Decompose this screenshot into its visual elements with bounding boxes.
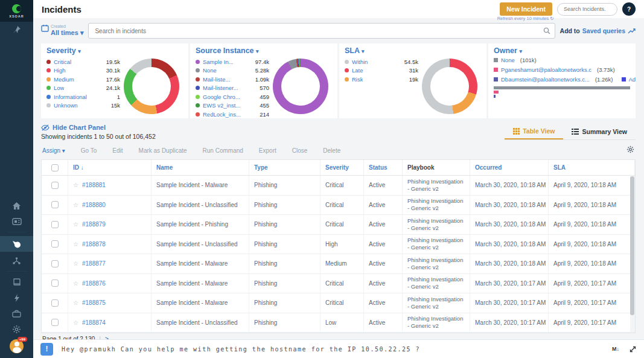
action-close[interactable]: Close (292, 147, 308, 154)
table-row[interactable]: ☆#188874Sample Incident - UnclassifiedPh… (42, 313, 635, 333)
select-all-checkbox[interactable] (51, 164, 59, 171)
incident-id-link[interactable]: #188881 (82, 182, 106, 188)
column-header-status[interactable]: Status (364, 160, 403, 175)
hide-chart-panel-link[interactable]: Hide Chart Panel (41, 124, 156, 131)
column-header-type[interactable]: Type (249, 160, 320, 175)
owner-bar[interactable] (494, 95, 496, 98)
table-row[interactable]: ☆#188878Sample Incident - UnclassifiedPh… (42, 235, 635, 255)
row-checkbox[interactable] (51, 280, 59, 287)
pin-sidebar-icon[interactable] (0, 23, 33, 36)
star-icon[interactable]: ☆ (73, 319, 78, 326)
legend-item[interactable]: Risk19k (345, 75, 422, 84)
column-header-severity[interactable]: Severity (320, 160, 364, 175)
row-checkbox[interactable] (51, 260, 59, 267)
action-run-command[interactable]: Run Command (203, 147, 243, 154)
table-row[interactable]: ☆#188875Sample Incident - MalwarePhishin… (42, 293, 635, 313)
row-checkbox[interactable] (51, 299, 59, 307)
table-row[interactable]: ☆#188880Sample Incident - UnclassifiedPh… (42, 196, 635, 216)
column-header-playbook[interactable]: Playbook (403, 160, 470, 175)
action-assign[interactable]: Assign ▾ (42, 147, 65, 154)
table-row[interactable]: ☆#188877Sample Incident - MalwarePhishin… (42, 254, 635, 274)
star-icon[interactable]: ☆ (73, 241, 78, 248)
legend-item[interactable]: None5.28k (196, 66, 273, 75)
action-mark-as-duplicate[interactable]: Mark as Duplicate (139, 147, 187, 154)
legend-item[interactable]: Dbaumstein@paloaltonetworks.c...(1.26k) (494, 74, 613, 84)
source-instance-donut-chart[interactable] (273, 59, 328, 114)
user-avatar[interactable]: +99 (10, 339, 24, 353)
time-range-filter[interactable]: Created All times ▾ (41, 24, 83, 39)
star-icon[interactable]: ☆ (73, 182, 78, 188)
table-settings-gear-icon[interactable] (626, 145, 634, 156)
row-checkbox[interactable] (51, 221, 59, 228)
table-row[interactable]: ☆#188876Sample Incident - MalwarePhishin… (42, 274, 635, 294)
sla-chart-title[interactable]: SLA ▾ (345, 46, 481, 55)
legend-item[interactable]: Critical19.5k (46, 57, 124, 66)
new-incident-button[interactable]: New Incident (500, 2, 552, 16)
markdown-icon[interactable]: M↓ (612, 346, 619, 352)
legend-item[interactable]: Medium17.6k (46, 75, 124, 84)
refresh-icon[interactable]: ↻ (550, 16, 553, 21)
legend-item[interactable]: Within54.5k (345, 57, 422, 66)
summary-view-tab[interactable]: Summary View (563, 125, 636, 139)
owner-chart-title[interactable]: Owner ▾ (494, 46, 630, 55)
owner-bar-chart[interactable] (494, 86, 630, 98)
legend-item[interactable]: EWS v2_inst...455 (196, 101, 273, 110)
incident-id-link[interactable]: #188874 (82, 319, 106, 326)
add-to-saved-queries[interactable]: Add to Saved queries (560, 27, 636, 39)
table-row[interactable]: ☆#188879Sample Incident - PhishingPhishi… (42, 215, 635, 235)
table-view-tab[interactable]: Table View (505, 125, 563, 139)
row-checkbox[interactable] (51, 182, 59, 189)
legend-item[interactable]: None(101k) (494, 55, 537, 65)
star-icon[interactable]: ☆ (73, 202, 78, 208)
column-header-id[interactable]: ID ↓ (68, 160, 151, 175)
owner-bar[interactable] (494, 86, 630, 89)
refresh-note[interactable]: Refresh every 10 minutes ↻ (497, 16, 554, 21)
column-header-sla[interactable]: SLA (549, 160, 635, 175)
global-search-input[interactable] (557, 3, 617, 16)
star-icon[interactable]: ☆ (73, 280, 78, 287)
incident-id-link[interactable]: #188880 (82, 202, 106, 208)
incident-id-link[interactable]: #188879 (82, 221, 106, 228)
legend-item[interactable]: Late31k (345, 66, 422, 75)
automation-icon[interactable] (0, 291, 33, 304)
xsoar-logo[interactable]: XSOAR (0, 0, 33, 22)
incident-id-link[interactable]: #188878 (82, 241, 106, 248)
severity-chart-title[interactable]: Severity ▾ (46, 46, 183, 55)
incident-id-link[interactable]: #188876 (82, 280, 106, 287)
sla-donut-chart[interactable] (422, 59, 477, 114)
dashboards-icon[interactable] (0, 215, 33, 228)
legend-item[interactable]: Pganeshamurt@paloaltonetworks.c...(3.73k… (494, 65, 615, 74)
jobs-icon[interactable] (0, 307, 33, 320)
chat-message-input[interactable]: Hey @pramukh Can you help me with gettin… (62, 346, 420, 353)
settings-gear-icon[interactable] (0, 322, 33, 336)
scrollbar-thumb[interactable] (630, 176, 634, 315)
row-checkbox[interactable] (51, 240, 59, 248)
legend-item[interactable]: Sample In...97.4k (196, 57, 273, 66)
table-scrollbar[interactable] (630, 176, 634, 332)
legend-item[interactable]: Informational1 (46, 92, 124, 101)
star-icon[interactable]: ☆ (73, 221, 78, 228)
legend-item[interactable]: Mail-liste...1.09k (196, 75, 273, 84)
owner-bar[interactable] (494, 91, 499, 94)
sidebar-item-incidents[interactable] (0, 236, 33, 252)
action-go-to[interactable]: Go To (81, 147, 97, 154)
source-instance-chart-title[interactable]: Source Instance ▾ (196, 46, 332, 55)
legend-item[interactable]: Unknown15k (46, 101, 124, 110)
action-export[interactable]: Export (259, 147, 276, 154)
legend-item[interactable]: Admin(18) (622, 74, 636, 84)
legend-item[interactable]: Low24.1k (46, 84, 124, 93)
severity-donut-chart[interactable] (124, 59, 179, 114)
incident-id-link[interactable]: #188877 (82, 260, 106, 267)
incident-id-link[interactable]: #188875 (82, 299, 106, 306)
home-icon[interactable] (0, 199, 33, 213)
legend-item[interactable]: Mail-listener...570 (196, 84, 273, 93)
column-header-occurred[interactable]: Occurred (470, 160, 549, 175)
expand-icon[interactable] (629, 345, 637, 353)
row-checkbox[interactable] (51, 201, 59, 208)
legend-item[interactable]: Google Chro...459 (196, 92, 273, 101)
column-header-name[interactable]: Name (151, 160, 249, 175)
table-row[interactable]: ☆#188881Sample Incident - MalwarePhishin… (42, 176, 635, 196)
action-edit[interactable]: Edit (112, 147, 123, 154)
help-button[interactable]: ? (622, 2, 636, 16)
playbooks-icon[interactable] (0, 275, 33, 289)
